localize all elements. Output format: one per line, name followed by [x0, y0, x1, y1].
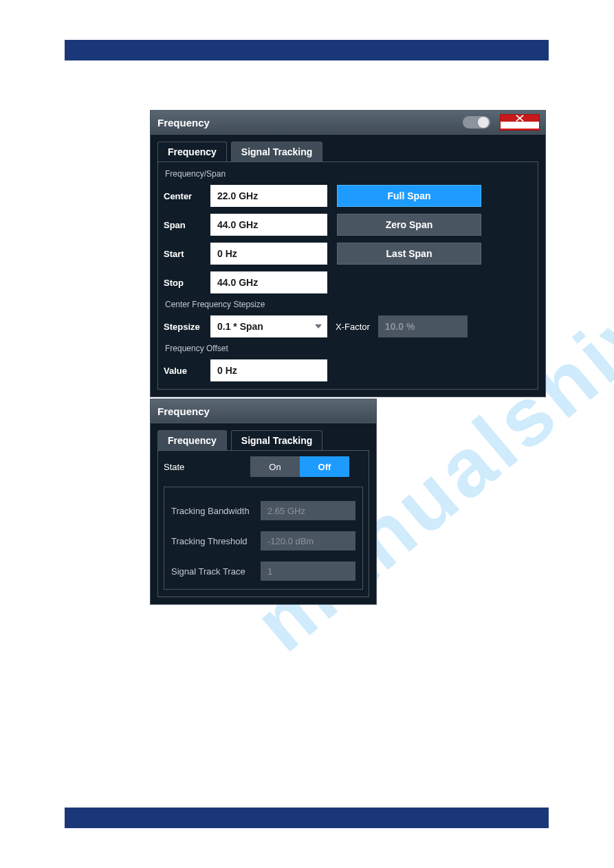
start-label: Start — [164, 249, 206, 259]
center-input[interactable] — [210, 185, 327, 207]
section-frequency-span: Frequency/Span — [165, 169, 532, 179]
stepsize-select[interactable]: 0.1 * Span — [210, 315, 327, 337]
page-footer-bar — [65, 808, 549, 828]
button-label: Last Span — [386, 248, 432, 259]
close-icon — [501, 115, 539, 122]
dialog-title: Frequency — [157, 117, 210, 129]
tab-bar: Frequency Signal Tracking — [151, 135, 545, 162]
center-label: Center — [164, 191, 206, 201]
field-value: 1 — [267, 566, 272, 577]
section-offset: Frequency Offset — [165, 344, 532, 353]
tracking-bandwidth-label: Tracking Bandwidth — [171, 506, 261, 516]
dialog-title: Frequency — [157, 405, 210, 417]
state-label: State — [164, 462, 246, 472]
frequency-panel: Frequency/Span Center Full Span Span Zer… — [157, 162, 538, 390]
dialog-titlebar: Frequency — [151, 399, 376, 423]
full-span-button[interactable]: Full Span — [337, 185, 481, 207]
tracking-threshold-label: Tracking Threshold — [171, 536, 261, 546]
frequency-dialog: Frequency Frequency Signal Tracking Freq… — [150, 110, 546, 397]
state-off[interactable]: Off — [300, 456, 349, 477]
tab-label: Signal Tracking — [241, 146, 312, 157]
tab-label: Frequency — [168, 146, 217, 157]
last-span-button[interactable]: Last Span — [337, 243, 481, 265]
chevron-down-icon — [315, 324, 322, 329]
page-header-bar — [65, 40, 549, 60]
stepsize-value: 0.1 * Span — [217, 321, 263, 332]
toggle-label: On — [269, 462, 281, 472]
span-input[interactable] — [210, 214, 327, 236]
zero-span-button[interactable]: Zero Span — [337, 214, 481, 236]
tab-frequency[interactable]: Frequency — [157, 142, 227, 162]
tab-label: Signal Tracking — [241, 435, 312, 446]
stop-input[interactable] — [210, 271, 327, 293]
stepsize-label: Stepsize — [164, 322, 206, 332]
signal-track-trace-input: 1 — [261, 561, 355, 581]
dialog-titlebar: Frequency — [151, 111, 545, 135]
tab-label: Frequency — [168, 435, 217, 446]
state-toggle: On Off — [250, 456, 349, 477]
tab-signal-tracking[interactable]: Signal Tracking — [231, 142, 322, 162]
offset-input[interactable] — [210, 359, 327, 381]
span-label: Span — [164, 220, 206, 230]
state-on[interactable]: On — [250, 456, 300, 477]
toggle-label: Off — [318, 462, 331, 472]
signal-track-trace-label: Signal Track Trace — [171, 566, 261, 577]
stop-label: Stop — [164, 278, 206, 288]
signal-tracking-panel: State On Off Tracking Bandwidth 2.65 GHz… — [157, 450, 369, 597]
field-value: -120.0 dBm — [267, 536, 314, 546]
signal-tracking-dialog: Frequency Frequency Signal Tracking Stat… — [150, 399, 377, 605]
tracking-threshold-input: -120.0 dBm — [261, 531, 355, 550]
button-label: Zero Span — [386, 219, 432, 230]
close-button[interactable] — [500, 114, 540, 131]
tab-signal-tracking[interactable]: Signal Tracking — [231, 430, 322, 450]
tab-frequency[interactable]: Frequency — [157, 430, 227, 450]
button-label: Full Span — [388, 190, 431, 201]
offset-label: Value — [164, 366, 206, 376]
xfactor-input — [378, 315, 468, 337]
xfactor-label: X-Factor — [336, 322, 370, 332]
tab-bar: Frequency Signal Tracking — [151, 423, 376, 450]
tracking-fields: Tracking Bandwidth 2.65 GHz Tracking Thr… — [164, 487, 363, 590]
field-value: 2.65 GHz — [267, 506, 305, 516]
start-input[interactable] — [210, 243, 327, 265]
section-stepsize: Center Frequency Stepsize — [165, 300, 532, 309]
magnify-toggle[interactable] — [463, 116, 490, 129]
tracking-bandwidth-input: 2.65 GHz — [261, 501, 355, 520]
